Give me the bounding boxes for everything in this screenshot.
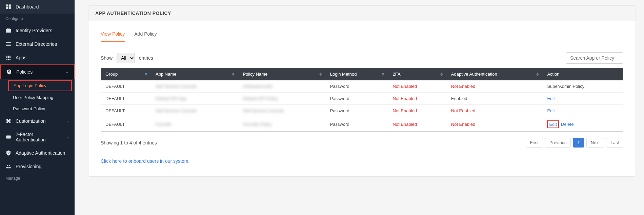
cell-adaptive: Not Enabled — [446, 117, 543, 132]
number-icon — [5, 134, 12, 140]
cell-2fa: Not Enabled — [388, 105, 446, 117]
cell-login: Password — [325, 93, 388, 105]
cell-group: DEFAULT — [101, 93, 151, 105]
sidebar-subitem-app-login-policy[interactable]: App Login Policy — [8, 80, 72, 91]
sidebar-item-label: Dashboard — [16, 4, 39, 9]
sidebar-item-identity-providers[interactable]: Identity Providers — [0, 24, 75, 37]
sidebar-item-two-factor[interactable]: 2-Factor Authentication ⌄ — [0, 128, 75, 146]
cell-policy: Formdlx Policy — [238, 117, 325, 132]
onboard-link[interactable]: Click here to onboard users in our syste… — [101, 158, 189, 164]
table-row: DEFAULT Self Service Console Self Servic… — [101, 105, 623, 117]
pagination: First Previous 1 Next Last — [526, 138, 623, 148]
cell-login: Password — [325, 105, 388, 117]
cell-group: DEFAULT — [101, 80, 151, 93]
svg-rect-0 — [6, 136, 11, 139]
cell-adaptive: Enabled — [446, 93, 543, 105]
edit-link[interactable]: Edit — [547, 108, 555, 113]
cell-2fa: Not Enabled — [388, 80, 446, 93]
briefcase-icon — [5, 27, 12, 34]
main-content: APP AUTHENTICATION POLICY View Policy Ad… — [75, 0, 644, 215]
sidebar-item-customization[interactable]: Customization ⌄ — [0, 114, 75, 128]
sidebar-item-apps[interactable]: Apps — [0, 51, 75, 64]
grid-icon — [5, 55, 12, 61]
sidebar-item-label: Adaptive Authentication — [16, 150, 65, 156]
tab-add-policy[interactable]: Add Policy — [134, 31, 157, 42]
cell-app: Self Service Console — [151, 80, 238, 93]
col-action: Action — [542, 68, 623, 80]
cell-group: DEFAULT — [101, 117, 151, 132]
cell-policy: Default API Policy — [238, 93, 325, 105]
table-row: DEFAULT Formdlx Formdlx Policy Password … — [101, 117, 623, 132]
page-title: APP AUTHENTICATION POLICY — [88, 6, 636, 21]
table-row: DEFAULT Self Service Console xDefaultxxx… — [101, 80, 623, 93]
table-row: DEFAULT Default API App Default API Poli… — [101, 93, 623, 105]
dashboard-icon — [5, 4, 12, 10]
edit-link[interactable]: Edit — [547, 120, 559, 128]
sidebar-item-label: 2-Factor Authentication — [16, 132, 62, 142]
page-last[interactable]: Last — [606, 138, 623, 148]
col-policy-name[interactable]: Policy Name — [238, 68, 325, 80]
sidebar-item-label: Provisioning — [16, 164, 41, 169]
chevron-down-icon: ⌄ — [66, 135, 69, 139]
chevron-down-icon: ⌄ — [66, 70, 68, 74]
sidebar-item-provisioning[interactable]: Provisioning — [0, 160, 75, 173]
page-next[interactable]: Next — [586, 138, 604, 148]
col-2fa[interactable]: 2FA — [388, 68, 446, 80]
sidebar: Dashboard Configure Identity Providers E… — [0, 0, 75, 215]
sidebar-item-policies[interactable]: Policies ⌄ — [0, 64, 75, 79]
cell-2fa: Not Enabled — [388, 117, 446, 132]
chevron-down-icon: ⌄ — [66, 119, 69, 123]
cell-policy: xDefaultxxxxRt — [238, 80, 325, 93]
page-1[interactable]: 1 — [573, 138, 584, 148]
cell-adaptive: Not Enabled — [446, 80, 543, 93]
cell-policy: Self Service Console — [238, 105, 325, 117]
sidebar-subitem-user-policy-mapping[interactable]: User Policy Mapping — [0, 92, 75, 103]
sidebar-item-label: Policies — [16, 69, 33, 75]
puzzle-icon — [5, 118, 12, 124]
cell-adaptive: Not Enabled — [446, 105, 543, 117]
users-icon — [5, 163, 12, 170]
sidebar-item-external-directories[interactable]: External Directories — [0, 37, 75, 51]
edit-link[interactable]: Edit — [547, 96, 555, 101]
entries-label: entries — [139, 55, 153, 61]
policy-table: Group App Name Policy Name Login Method … — [101, 68, 623, 132]
delete-link[interactable]: Delete — [561, 122, 574, 127]
entries-control: Show All entries — [101, 53, 153, 63]
page-previous[interactable]: Previous — [545, 138, 571, 148]
sidebar-section-manage: Manage — [0, 173, 75, 183]
cell-app: Formdlx — [151, 117, 238, 132]
shield-icon — [6, 69, 12, 75]
entries-select[interactable]: All — [117, 53, 135, 63]
sidebar-item-dashboard[interactable]: Dashboard — [0, 0, 75, 14]
sidebar-item-label: Customization — [16, 118, 46, 124]
page-first[interactable]: First — [526, 138, 543, 148]
search-input[interactable] — [566, 52, 623, 64]
cell-group: DEFAULT — [101, 105, 151, 117]
tabs: View Policy Add Policy — [101, 31, 623, 42]
action-text: SuperAdmin Policy — [547, 84, 584, 89]
sidebar-item-adaptive-auth[interactable]: Adaptive Authentication — [0, 146, 75, 160]
cell-action: EditDelete — [542, 117, 623, 132]
cell-action: Edit — [542, 105, 623, 117]
sidebar-section-configure: Configure — [0, 14, 75, 24]
cell-2fa: Not Enabled — [388, 93, 446, 105]
sidebar-item-label: Apps — [16, 55, 26, 60]
col-group[interactable]: Group — [101, 68, 151, 80]
col-login-method[interactable]: Login Method — [325, 68, 388, 80]
show-label: Show — [101, 55, 113, 61]
sidebar-subitem-password-policy[interactable]: Password Policy — [0, 103, 75, 114]
showing-text: Showing 1 to 4 of 4 entries — [101, 140, 157, 145]
cell-app: Self Service Console — [151, 105, 238, 117]
col-app-name[interactable]: App Name — [151, 68, 238, 80]
col-adaptive[interactable]: Adaptive Authentication — [446, 68, 543, 80]
cell-action: Edit — [542, 93, 623, 105]
tab-view-policy[interactable]: View Policy — [101, 31, 125, 42]
cell-login: Password — [325, 117, 388, 132]
cell-app: Default API App — [151, 93, 238, 105]
list-icon — [5, 41, 12, 47]
sidebar-item-label: Identity Providers — [16, 28, 52, 33]
cell-action: SuperAdmin Policy — [542, 80, 623, 93]
cell-login: Password — [325, 80, 388, 93]
shield-check-icon — [5, 150, 12, 156]
sidebar-item-label: External Directories — [16, 41, 57, 47]
